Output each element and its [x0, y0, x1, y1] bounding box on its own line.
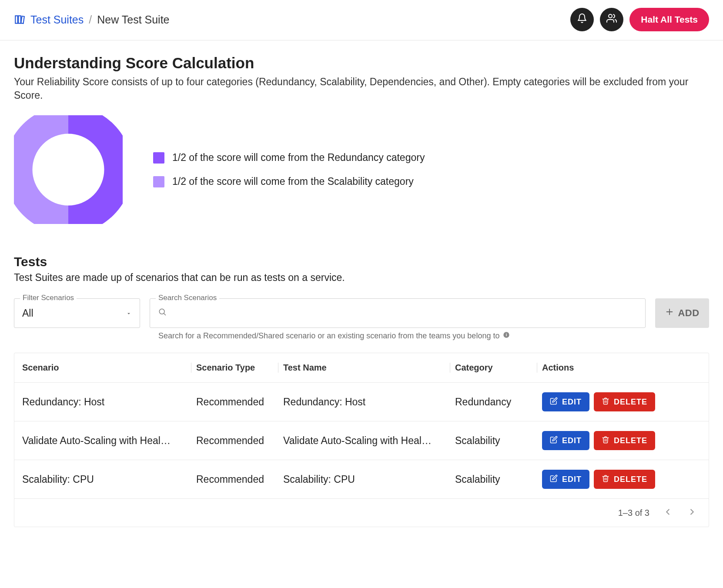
add-button[interactable]: ADD — [655, 298, 709, 328]
svg-line-5 — [164, 314, 166, 315]
edit-label: EDIT — [562, 398, 582, 407]
edit-button[interactable]: EDIT — [542, 392, 589, 411]
legend-label: 1/2 of the score will come from the Scal… — [172, 176, 414, 187]
delete-button[interactable]: DELETE — [594, 470, 655, 489]
svg-point-4 — [159, 309, 164, 314]
filter-label: Filter Scenarios — [20, 294, 77, 302]
th-test: Test Name — [283, 363, 455, 373]
chevron-left-icon — [663, 507, 673, 519]
breadcrumb-current: New Test Suite — [97, 13, 169, 26]
legend-item-scalability: 1/2 of the score will come from the Scal… — [153, 176, 425, 187]
prev-page-button[interactable] — [662, 507, 674, 519]
halt-all-tests-button[interactable]: Halt All Tests — [629, 8, 709, 31]
tests-table: Scenario Scenario Type Test Name Categor… — [14, 353, 709, 527]
search-label: Search Scenarios — [156, 294, 219, 302]
svg-rect-0 — [15, 16, 17, 23]
delete-label: DELETE — [614, 475, 647, 484]
next-page-button[interactable] — [686, 507, 698, 519]
edit-label: EDIT — [562, 436, 582, 445]
cell-category: Scalability — [455, 474, 542, 485]
table-row: Validate Auto-Scaling with Heal… Recomme… — [14, 421, 709, 460]
score-section-title: Understanding Score Calculation — [14, 54, 709, 72]
search-hint: Search for a Recommended/Shared scenario… — [158, 331, 499, 341]
cell-scenario: Redundancy: Host — [22, 396, 196, 408]
trash-icon — [602, 436, 609, 446]
people-icon — [606, 13, 617, 26]
th-scenario: Scenario — [22, 363, 196, 373]
table-footer: 1–3 of 3 — [14, 498, 709, 527]
th-actions: Actions — [542, 363, 701, 373]
legend-label: 1/2 of the score will come from the Redu… — [172, 152, 425, 164]
cell-type: Recommended — [196, 396, 283, 408]
chevron-right-icon — [687, 507, 697, 519]
people-button[interactable] — [600, 8, 623, 31]
cell-type: Recommended — [196, 435, 283, 447]
top-bar-actions: Halt All Tests — [570, 8, 709, 31]
search-scenarios-field[interactable] — [150, 298, 646, 328]
delete-button[interactable]: DELETE — [594, 392, 655, 411]
tests-section-title: Tests — [14, 254, 709, 269]
legend-item-redundancy: 1/2 of the score will come from the Redu… — [153, 152, 425, 164]
cell-actions: EDIT DELETE — [542, 431, 701, 450]
edit-button[interactable]: EDIT — [542, 431, 589, 450]
edit-icon — [550, 397, 558, 407]
info-icon: i — [503, 331, 510, 341]
svg-rect-1 — [18, 16, 20, 23]
trash-icon — [602, 474, 609, 484]
cell-test: Validate Auto-Scaling with Heal… — [283, 435, 455, 447]
table-header-row: Scenario Scenario Type Test Name Categor… — [14, 353, 709, 382]
legend-swatch — [153, 176, 164, 187]
cell-scenario: Scalability: CPU — [22, 474, 196, 485]
pagination-range: 1–3 of 3 — [618, 508, 649, 518]
breadcrumb-separator: / — [89, 13, 92, 26]
filter-value: All — [22, 307, 33, 319]
th-category: Category — [455, 363, 542, 373]
cell-test: Redundancy: Host — [283, 396, 455, 408]
delete-button[interactable]: DELETE — [594, 431, 655, 450]
breadcrumb: Test Suites / New Test Suite — [14, 13, 170, 26]
bell-icon — [577, 13, 587, 26]
tests-section-desc: Test Suites are made up of scenarios tha… — [14, 272, 709, 284]
plus-icon — [665, 307, 674, 319]
edit-button[interactable]: EDIT — [542, 470, 589, 489]
test-suites-icon — [14, 14, 25, 25]
score-legend: 1/2 of the score will come from the Redu… — [153, 152, 425, 187]
cell-actions: EDIT DELETE — [542, 392, 701, 411]
table-row: Redundancy: Host Recommended Redundancy:… — [14, 382, 709, 421]
table-row: Scalability: CPU Recommended Scalability… — [14, 460, 709, 498]
edit-icon — [550, 436, 558, 446]
trash-icon — [602, 397, 609, 407]
delete-label: DELETE — [614, 398, 647, 407]
search-input[interactable] — [173, 307, 637, 320]
cell-actions: EDIT DELETE — [542, 470, 701, 489]
filter-scenarios-select[interactable]: All — [14, 298, 140, 328]
svg-rect-2 — [21, 16, 24, 23]
edit-label: EDIT — [562, 475, 582, 484]
cell-category: Scalability — [455, 435, 542, 447]
edit-icon — [550, 474, 558, 484]
breadcrumb-root-link[interactable]: Test Suites — [30, 13, 84, 26]
svg-text:i: i — [506, 333, 507, 337]
score-donut-chart — [14, 115, 123, 224]
legend-swatch — [153, 152, 164, 164]
cell-category: Redundancy — [455, 396, 542, 408]
top-bar: Test Suites / New Test Suite — [0, 0, 723, 40]
add-label: ADD — [678, 307, 699, 319]
delete-label: DELETE — [614, 436, 647, 445]
cell-test: Scalability: CPU — [283, 474, 455, 485]
svg-point-3 — [609, 14, 612, 18]
search-icon — [158, 307, 167, 319]
th-type: Scenario Type — [196, 363, 283, 373]
score-section-desc: Your Reliability Score consists of up to… — [14, 75, 709, 102]
cell-type: Recommended — [196, 474, 283, 485]
cell-scenario: Validate Auto-Scaling with Heal… — [22, 435, 196, 447]
notifications-button[interactable] — [570, 8, 594, 31]
chevron-down-icon — [126, 307, 132, 319]
